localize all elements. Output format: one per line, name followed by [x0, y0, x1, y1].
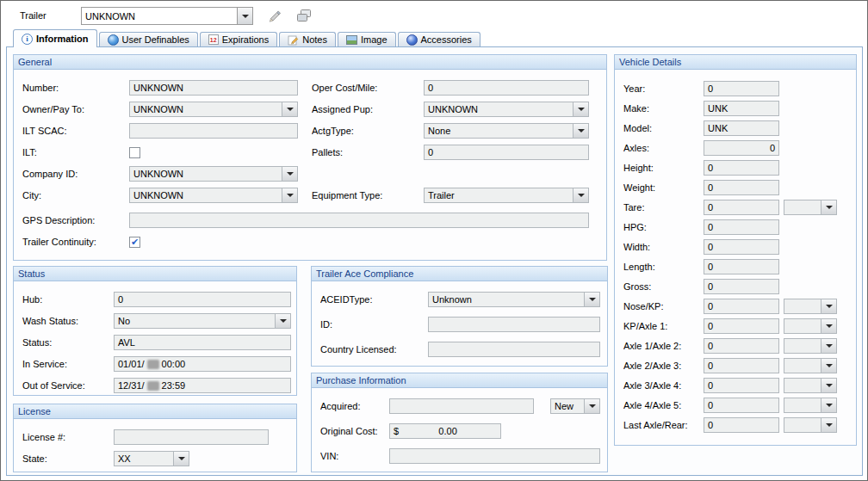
trailer-combobox[interactable]: UNKNOWN	[81, 7, 253, 25]
weight-field[interactable]: 0	[704, 180, 779, 195]
tab-expirations[interactable]: 12 Expirations	[200, 32, 277, 46]
dropdown-arrow-icon	[826, 206, 833, 209]
year-field[interactable]: 0	[704, 81, 779, 96]
axles-field[interactable]: 0	[704, 140, 779, 156]
tab-accessories[interactable]: Accessories	[398, 32, 480, 46]
id-field[interactable]	[428, 317, 600, 332]
nose-kp-unit-dropdown[interactable]	[784, 299, 837, 314]
dropdown-button[interactable]	[282, 188, 297, 202]
acquired-condition-dropdown[interactable]: New	[550, 398, 600, 414]
tab-notes[interactable]: Notes	[279, 32, 336, 46]
form-row: In Service: 01/01/ 00:00	[22, 356, 288, 372]
dropdown-button[interactable]	[237, 8, 252, 24]
original-cost-field[interactable]: $ 0.00	[389, 423, 501, 439]
tab-image[interactable]: Image	[338, 32, 396, 46]
last-axle-rear-field[interactable]: 0	[704, 417, 779, 433]
groupbox-purchase-title: Purchase Information	[312, 373, 607, 388]
dropdown-button[interactable]	[275, 314, 290, 328]
country-licensed-label: Country Licensed:	[320, 344, 428, 355]
nose-kp-field[interactable]: 0	[704, 299, 779, 314]
gps-description-field[interactable]	[129, 213, 589, 228]
dropdown-button[interactable]	[821, 398, 836, 412]
ilt-scac-field[interactable]	[129, 123, 298, 139]
dropdown-button[interactable]	[821, 418, 836, 432]
axles-label: Axles:	[623, 143, 704, 153]
acquired-field[interactable]	[389, 398, 534, 414]
dropdown-button[interactable]	[282, 167, 297, 181]
make-field[interactable]: UNK	[704, 101, 779, 116]
axle-2-axle-3-field[interactable]: 0	[704, 358, 779, 373]
height-field[interactable]: 0	[704, 160, 779, 176]
state-dropdown[interactable]: XX	[114, 451, 189, 466]
acquired-label: Acquired:	[320, 401, 389, 411]
actg-type-dropdown[interactable]: None	[424, 123, 589, 139]
gps-description-label: GPS Description:	[22, 215, 129, 225]
dropdown-button[interactable]	[573, 124, 588, 138]
axle-4-axle-5-field[interactable]: 0	[704, 398, 779, 413]
tare-unit-dropdown[interactable]	[784, 200, 837, 215]
ilt-checkbox[interactable]	[129, 147, 140, 158]
license-number-field[interactable]	[114, 429, 269, 445]
kp-axle-1-field[interactable]: 0	[704, 318, 779, 334]
tab-user-definables[interactable]: User Definables	[99, 32, 198, 46]
dropdown-arrow-icon	[578, 108, 585, 111]
dropdown-button[interactable]	[821, 379, 836, 392]
kp-axle-1-unit-value	[784, 319, 821, 333]
tags-icon[interactable]	[294, 8, 314, 23]
oper-cost-mile-field[interactable]: 0	[424, 80, 589, 96]
axle-3-axle-4-unit-dropdown[interactable]	[784, 378, 837, 393]
model-field[interactable]: UNK	[704, 120, 779, 136]
form-row: Hub: 0	[22, 292, 288, 307]
dropdown-button[interactable]	[573, 102, 588, 116]
tab-information[interactable]: i Information	[13, 29, 97, 47]
dropdown-button[interactable]	[821, 200, 836, 214]
pallets-field[interactable]: 0	[424, 145, 589, 160]
dropdown-button[interactable]	[821, 359, 836, 373]
number-field[interactable]: UNKNOWN	[129, 80, 298, 96]
dropdown-button[interactable]	[821, 299, 836, 313]
equipment-type-dropdown[interactable]: Trailer	[424, 188, 589, 203]
dropdown-button[interactable]	[282, 102, 297, 116]
tare-field[interactable]: 0	[704, 200, 779, 215]
in-service-field[interactable]: 01/01/ 00:00	[114, 356, 291, 372]
vin-label: VIN:	[320, 451, 389, 461]
axle-1-axle-2-field[interactable]: 0	[704, 338, 779, 354]
length-field[interactable]: 0	[704, 259, 779, 274]
width-field[interactable]: 0	[704, 239, 779, 255]
general-columns: Number: UNKNOWN Owner/Pay To: UNKNOWN IL…	[22, 80, 598, 209]
wash-status-dropdown[interactable]: No	[114, 313, 291, 329]
vin-field[interactable]	[389, 448, 600, 464]
aceid-type-dropdown[interactable]: Unknown	[428, 292, 600, 307]
edit-pencil-icon[interactable]	[264, 8, 284, 23]
trailer-continuity-checkbox[interactable]: ✔	[129, 237, 140, 248]
axle-1-axle-2-unit-dropdown[interactable]	[784, 338, 837, 354]
dropdown-button[interactable]	[173, 452, 189, 466]
company-id-dropdown[interactable]: UNKNOWN	[129, 166, 298, 182]
status-field[interactable]: AVL	[114, 335, 291, 350]
width-label: Width:	[623, 242, 704, 252]
axle-4-axle-5-label: Axle 4/Axle 5:	[623, 400, 704, 410]
dropdown-arrow-icon	[280, 319, 287, 323]
kp-axle-1-unit-dropdown[interactable]	[784, 318, 837, 334]
dropdown-button[interactable]	[821, 339, 836, 353]
country-licensed-field[interactable]	[428, 342, 600, 357]
dropdown-button[interactable]	[573, 188, 588, 202]
axle-4-axle-5-unit-dropdown[interactable]	[784, 398, 837, 413]
dropdown-arrow-icon	[287, 108, 294, 111]
out-of-service-field[interactable]: 12/31/ 23:59	[114, 378, 291, 393]
dropdown-button[interactable]	[584, 399, 599, 413]
axle-2-axle-3-unit-dropdown[interactable]	[784, 358, 837, 373]
hub-field[interactable]: 0	[114, 292, 291, 307]
hpg-field[interactable]: 0	[704, 219, 779, 235]
dropdown-button[interactable]	[821, 319, 836, 333]
axle-3-axle-4-field[interactable]: 0	[704, 378, 779, 393]
owner-pay-to-dropdown[interactable]: UNKNOWN	[129, 102, 298, 117]
assigned-pup-dropdown[interactable]: UNKNOWN	[424, 102, 589, 117]
general-left-column: Number: UNKNOWN Owner/Pay To: UNKNOWN IL…	[22, 80, 312, 209]
dropdown-button[interactable]	[584, 293, 599, 306]
form-row: Country Licensed:	[320, 342, 598, 357]
length-label: Length:	[623, 262, 704, 272]
city-dropdown[interactable]: UNKNOWN	[129, 188, 298, 203]
gross-field[interactable]: 0	[704, 279, 779, 294]
last-axle-rear-unit-dropdown[interactable]	[784, 417, 837, 433]
